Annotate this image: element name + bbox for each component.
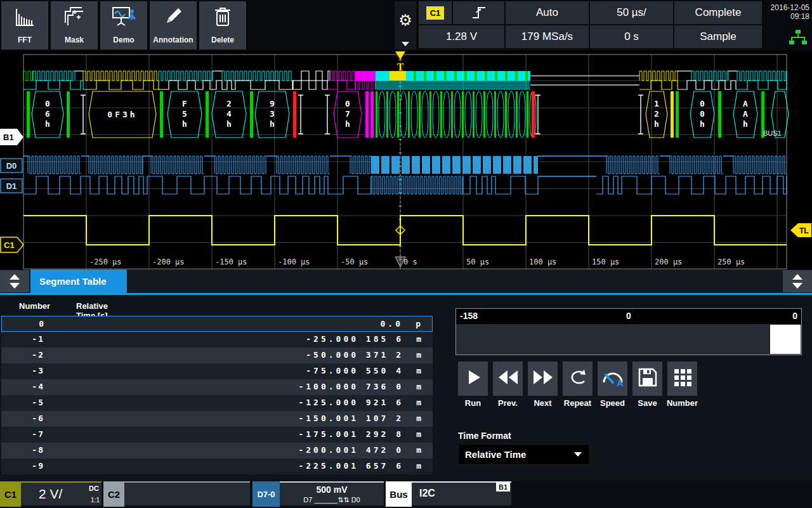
channel-c1-settings[interactable]: 2 V/ DC 1:1 [21,481,102,505]
toolbar-button-mask[interactable]: Mask [51,1,98,49]
svg-text:93h: 93h [270,99,275,129]
tab-segment-table[interactable]: Segment Table [30,270,127,293]
svg-text:0F3h: 0F3h [107,110,137,119]
channel-c1-badge[interactable]: C1 [0,481,21,507]
svg-text:A: A [617,377,624,388]
digital-d70-badge[interactable]: D7-0 [252,481,280,507]
segment-time: -175.001 292 8 [298,429,403,439]
segment-time: -75.000 550 4 [306,366,403,375]
decode-marker-bar [676,91,679,138]
sample-rate-cell[interactable]: 179 MSa/s [506,25,589,48]
bus-data-row [23,81,787,89]
segment-row--2[interactable]: -2-50.000 371 2m [1,348,433,363]
col-number: Number [19,301,50,311]
segment-number: -4 [1,382,44,391]
bus-b1-tag-label: B1 [3,133,14,142]
decode-bracket [325,95,330,134]
svg-text:AAh: AAh [743,99,748,129]
trigger-level-cell[interactable]: 1.28 V [419,25,504,48]
player-next-button[interactable] [528,361,558,396]
digital-d70-settings[interactable]: 500 mV D7 ______⇅⇅ D0 [280,481,384,505]
player-repeat-button[interactable] [563,361,593,396]
segment-time: -125.000 921 6 [298,398,403,407]
player-prev-button[interactable] [493,361,523,396]
svg-text:-200 µs: -200 µs [152,257,185,266]
d70-scale: 500 mV [280,485,384,495]
segment-row--4[interactable]: -4-100.000 736 0m [1,379,433,395]
datetime-cell: 2016-12-05 09:18 [763,0,812,51]
d70-range: D7 ______⇅⇅ D0 [280,496,384,504]
bus-name-label: BUS1 [763,129,782,137]
up-arrow-icon [792,274,802,280]
segment-time: -100.000 736 0 [298,382,403,391]
decode-bracket [81,95,86,134]
trigger-source-cell[interactable]: C1 [419,1,452,24]
segment-row--9[interactable]: -9-225.001 657 6m [1,459,433,474]
acq-mode-cell[interactable]: Sample [674,25,762,48]
toolbar-button-delete[interactable]: Delete [199,1,246,49]
bus-b1-badge: B1 [496,483,510,492]
c1-channel-tag-label: C1 [4,240,15,250]
player-save-button[interactable] [632,361,662,396]
svg-text:24h: 24h [226,99,232,129]
player-speed-label: Speed [595,398,630,408]
scale-mid: 0 [456,311,801,321]
segment-unit: m [416,366,421,375]
down-arrow-icon [10,283,20,289]
segment-unit: m [416,461,421,471]
trigger-mode-cell[interactable]: Auto [506,1,589,24]
digital-channel-d1 [23,176,787,194]
decode-marker-bar [532,91,535,138]
decode-marker-bar [250,91,253,138]
bus-clock-row [23,71,787,81]
segment-position-slider[interactable]: -158 0 0 [455,308,802,355]
demo-icon [100,1,147,34]
trigger-position-pointer-icon [402,42,409,46]
channel-c2-settings[interactable] [124,481,250,505]
svg-text:-100 µs: -100 µs [278,257,310,266]
gear-icon[interactable]: ⚙ [395,11,416,29]
scale-max: 0 [792,311,797,321]
time-label: 09:18 [763,12,809,21]
time-format-dropdown[interactable]: Relative Time [458,444,590,465]
svg-text:00h: 00h [700,99,705,129]
waveform-display[interactable]: 06h0F3hF5h24h93h07h12h00hAAhBUS1-250 µs-… [0,51,812,270]
decode-marker-bar [67,91,70,138]
segment-number: -9 [1,461,44,471]
tab-scroll-left-widget[interactable] [0,270,29,292]
segment-time: -150.001 107 2 [298,414,403,423]
trigger-time-marker[interactable] [395,51,405,60]
toolbar-button-fft[interactable]: FFT [1,1,48,49]
segment-row--7[interactable]: -7-175.001 292 8m [1,427,433,443]
player-run-button[interactable] [458,361,488,396]
segment-row-0[interactable]: 00.0p [1,316,433,332]
segment-row--8[interactable]: -8-200.001 472 0m [1,443,433,459]
acq-state-cell[interactable]: Complete [674,1,762,24]
horizontal-position: 0 s [624,30,639,43]
trigger-edge-cell[interactable] [453,1,504,24]
segment-unit: m [416,350,421,360]
toolbar-button-demo[interactable]: Demo [100,1,147,49]
result-tab-row: Segment Table [0,270,812,295]
bus-settings[interactable]: I2C B1 [412,481,511,505]
segment-row--5[interactable]: -5-125.000 921 6m [1,395,433,411]
tab-scroll-right-widget[interactable] [783,270,812,292]
segment-time: 0.0 [381,319,403,329]
slider-handle[interactable] [770,325,801,354]
horizontal-position-cell[interactable]: 0 s [590,25,673,48]
decode-marker-bar [718,91,721,138]
segment-row--6[interactable]: -6-150.001 107 2m [1,411,433,427]
segment-unit: m [416,334,421,344]
channel-c2-badge[interactable]: C2 [103,481,124,507]
player-number-button[interactable] [667,361,697,396]
bus-badge[interactable]: Bus [386,481,412,507]
run-icon [464,368,483,389]
segment-row--3[interactable]: -3-75.000 550 4m [1,363,433,379]
player-speed-button[interactable]: A [598,361,627,396]
player-number-label: Number [665,398,700,408]
segment-row--1[interactable]: -1-25.000 185 6m [1,332,433,348]
trigger-level: 1.28 V [446,30,477,43]
timebase-cell[interactable]: 50 µs/ [590,1,673,24]
decode-marker-bar [206,91,209,138]
toolbar-button-annotation[interactable]: Annotation [150,1,197,49]
